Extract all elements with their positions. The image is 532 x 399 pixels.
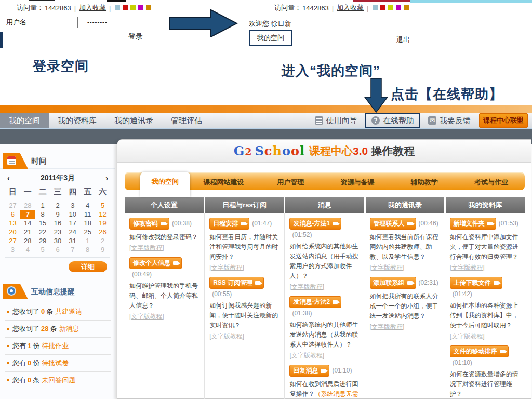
theme-swatch[interactable] bbox=[373, 5, 378, 10]
calendar-day[interactable]: 17 bbox=[65, 219, 80, 228]
calendar-day[interactable]: 24 bbox=[65, 228, 80, 236]
video-button[interactable]: 发消息-方法2 bbox=[289, 296, 341, 308]
nav-item-user-guide[interactable]: 使用向导 bbox=[309, 113, 364, 128]
calendar-day[interactable]: 11 bbox=[80, 210, 95, 219]
course-center-league-button[interactable]: 课程中心联盟 bbox=[479, 113, 528, 128]
detail-button[interactable]: 详细 bbox=[69, 261, 107, 272]
video-button[interactable]: 回复消息 bbox=[289, 365, 329, 377]
theme-swatch[interactable] bbox=[380, 5, 385, 10]
theme-swatch[interactable] bbox=[146, 5, 151, 10]
text-tutorial-link[interactable]: [文字版教程] bbox=[129, 312, 164, 321]
notify-link[interactable]: 待批作业 bbox=[42, 342, 69, 350]
password-input[interactable] bbox=[85, 17, 156, 28]
calendar-day[interactable]: 5 bbox=[35, 245, 50, 254]
calendar-day[interactable]: 8 bbox=[80, 245, 95, 254]
add-favorite-link[interactable]: 加入收藏 bbox=[79, 3, 106, 12]
calendar-day[interactable]: 6 bbox=[5, 210, 20, 219]
calendar-day[interactable]: 22 bbox=[35, 228, 50, 236]
video-button[interactable]: 修改个人信息 bbox=[129, 257, 182, 269]
calendar-day[interactable]: 4 bbox=[80, 201, 95, 210]
nav-tab-my-library[interactable]: 我的资料库 bbox=[49, 113, 105, 128]
next-month-button[interactable]: › bbox=[98, 174, 108, 182]
tutorial-tab-site-building[interactable]: 课程网站建设 bbox=[190, 173, 257, 190]
video-button[interactable]: 日程安排 bbox=[209, 218, 249, 230]
calendar-day[interactable]: 7 bbox=[20, 210, 35, 219]
video-button[interactable]: 添加联系组 bbox=[370, 277, 416, 289]
notify-link[interactable]: 共建邀请 bbox=[55, 308, 82, 315]
tutorial-tab-my-space[interactable]: 我的空间 bbox=[140, 172, 190, 197]
calendar-day[interactable]: 3 bbox=[5, 245, 20, 254]
calendar-day[interactable]: 27 bbox=[5, 236, 20, 245]
text-tutorial-link[interactable]: [文字版教程] bbox=[450, 263, 485, 272]
calendar-day[interactable]: 28 bbox=[20, 236, 35, 245]
text-tutorial-link[interactable]: [文字版教程] bbox=[289, 351, 324, 360]
video-button[interactable]: 文件的移动排序 bbox=[450, 345, 509, 357]
nav-tab-my-contacts[interactable]: 我的通讯录 bbox=[105, 113, 162, 128]
text-tutorial-link[interactable]: [文字版教程] bbox=[370, 263, 405, 272]
calendar-day[interactable]: 29 bbox=[35, 236, 50, 245]
calendar-day[interactable]: 4 bbox=[20, 245, 35, 254]
calendar-day[interactable]: 15 bbox=[35, 219, 50, 228]
calendar-day[interactable]: 1 bbox=[35, 201, 50, 210]
video-button[interactable]: 上传下载文件 bbox=[450, 277, 502, 289]
video-button[interactable]: 发消息-方法1 bbox=[289, 218, 341, 230]
calendar-day[interactable]: 25 bbox=[80, 228, 95, 236]
logout-link[interactable]: 退出 bbox=[396, 35, 410, 45]
calendar-day[interactable]: 6 bbox=[50, 245, 65, 254]
calendar-day[interactable]: 2 bbox=[95, 236, 110, 245]
theme-swatch[interactable] bbox=[123, 5, 128, 10]
tutorial-tab-assist-teaching[interactable]: 辅助教学 bbox=[391, 173, 458, 190]
calendar-day[interactable]: 30 bbox=[50, 236, 65, 245]
text-tutorial-link[interactable]: [文字版教程] bbox=[209, 332, 244, 341]
video-button[interactable]: 管理联系人 bbox=[370, 218, 416, 230]
my-space-link[interactable]: 我的空间 bbox=[257, 33, 284, 43]
calendar-day[interactable]: 1 bbox=[80, 236, 95, 245]
calendar-day[interactable]: 2 bbox=[50, 201, 65, 210]
nav-tab-my-space[interactable]: 我的空间 bbox=[0, 113, 49, 128]
text-tutorial-link[interactable]: [文字版教程] bbox=[370, 323, 405, 331]
text-tutorial-link[interactable]: [文字版教程] bbox=[289, 283, 324, 291]
notify-link[interactable]: 新消息 bbox=[59, 325, 79, 332]
nav-tab-manage-evaluate[interactable]: 管理评估 bbox=[162, 113, 211, 128]
tutorial-tab-resources[interactable]: 资源与备课 bbox=[324, 173, 391, 190]
theme-swatch[interactable] bbox=[396, 5, 401, 10]
prev-month-button[interactable]: ‹ bbox=[7, 174, 18, 182]
text-tutorial-link[interactable]: [文字版教程] bbox=[450, 332, 485, 341]
notify-link[interactable]: 未回答问题 bbox=[42, 376, 75, 384]
theme-swatch[interactable] bbox=[404, 5, 409, 10]
theme-swatch[interactable] bbox=[388, 5, 393, 10]
add-favorite-link[interactable]: 加入收藏 bbox=[337, 3, 364, 12]
calendar-day[interactable]: 28 bbox=[20, 201, 35, 210]
calendar-day[interactable]: 3 bbox=[65, 201, 80, 210]
calendar-day[interactable]: 10 bbox=[65, 210, 80, 219]
calendar-day[interactable]: 18 bbox=[80, 219, 95, 228]
video-button[interactable]: 修改密码 bbox=[129, 218, 169, 230]
calendar-day[interactable]: 27 bbox=[5, 201, 20, 210]
calendar-day[interactable]: 5 bbox=[95, 201, 110, 210]
calendar-day[interactable]: 26 bbox=[95, 228, 110, 236]
theme-swatch[interactable] bbox=[115, 5, 120, 10]
calendar-day[interactable]: 8 bbox=[35, 210, 50, 219]
calendar-day[interactable]: 19 bbox=[95, 219, 110, 228]
theme-swatch[interactable] bbox=[130, 5, 136, 10]
tutorial-tab-user-management[interactable]: 用户管理 bbox=[257, 173, 324, 190]
video-button[interactable]: 新增文件夹 bbox=[450, 218, 496, 230]
calendar-day[interactable]: 12 bbox=[95, 210, 110, 219]
calendar-day[interactable]: 7 bbox=[65, 245, 80, 254]
calendar-day[interactable]: 21 bbox=[20, 228, 35, 236]
calendar-day[interactable]: 14 bbox=[20, 219, 35, 228]
calendar-day[interactable]: 31 bbox=[65, 236, 80, 245]
calendar-day[interactable]: 20 bbox=[5, 228, 20, 236]
calendar-day[interactable]: 16 bbox=[50, 219, 65, 228]
text-tutorial-link[interactable]: [文字版教程] bbox=[129, 244, 164, 252]
calendar-day[interactable]: 9 bbox=[95, 245, 110, 254]
video-button[interactable]: RSS 订阅管理 bbox=[209, 277, 264, 289]
tutorial-tab-exams-homework[interactable]: 考试与作业 bbox=[458, 173, 525, 190]
calendar-day[interactable]: 13 bbox=[5, 219, 20, 228]
nav-item-online-help[interactable]: 在线帮助 bbox=[365, 113, 420, 128]
username-input[interactable] bbox=[4, 17, 78, 28]
calendar-day[interactable]: 9 bbox=[50, 210, 65, 219]
text-tutorial-link[interactable]: [文字版教程] bbox=[209, 263, 244, 272]
notify-link[interactable]: 待批试卷 bbox=[42, 359, 69, 367]
theme-swatch[interactable] bbox=[138, 5, 143, 10]
